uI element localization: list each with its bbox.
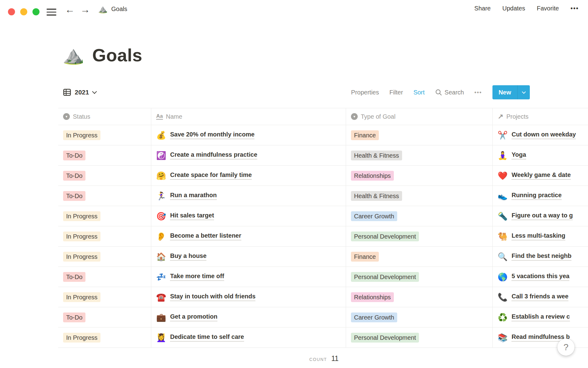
status-badge: In Progress	[63, 292, 100, 302]
status-cell[interactable]: To-Do	[58, 307, 151, 327]
select-property-icon: ▾	[63, 113, 70, 120]
type-of-goal-cell[interactable]: Finance	[346, 125, 493, 145]
new-label: New	[492, 89, 517, 96]
type-of-goal-cell[interactable]: Personal Development	[346, 226, 493, 246]
share-button[interactable]: Share	[474, 5, 491, 12]
doc-title: Goals	[111, 6, 127, 13]
column-header-name[interactable]: Aa Name	[151, 108, 346, 125]
favorite-button[interactable]: Favorite	[537, 5, 559, 12]
status-cell[interactable]: To-Do	[58, 166, 151, 186]
status-cell[interactable]: In Progress	[58, 328, 151, 347]
view-selector[interactable]: 2021	[63, 88, 96, 96]
project-link[interactable]: 📚Read mindfulness b	[498, 333, 570, 342]
type-of-goal-cell[interactable]: Health & Fitness	[346, 186, 493, 206]
status-cell[interactable]: In Progress	[58, 287, 151, 307]
project-emoji-icon: 🌎	[498, 273, 507, 281]
sidebar-menu-icon[interactable]	[47, 9, 56, 16]
project-link[interactable]: 🧘‍♀️Yoga	[498, 151, 526, 159]
help-button[interactable]: ?	[557, 339, 575, 356]
page-link[interactable]: 🏃‍♀️Run a marathon	[156, 192, 217, 200]
goal-emoji-icon: ☯️	[156, 151, 166, 159]
page-link[interactable]: ☎️Stay in touch with old friends	[156, 293, 255, 301]
count-value: 11	[331, 355, 339, 363]
type-of-goal-cell[interactable]: Relationships	[346, 166, 493, 186]
type-of-goal-cell[interactable]: Personal Development	[346, 328, 493, 347]
project-link[interactable]: ✂️Cut down on weekday	[498, 131, 576, 139]
more-options-icon[interactable]: •••	[571, 5, 579, 12]
column-header-status[interactable]: ▾ Status	[58, 108, 151, 125]
status-cell[interactable]: To-Do	[58, 267, 151, 287]
page-link[interactable]: 🎯Hit sales target	[156, 212, 214, 220]
project-emoji-icon: 🐫	[498, 232, 507, 240]
zoom-window-button[interactable]	[32, 8, 40, 15]
page-link[interactable]: ☯️Create a mindfulness practice	[156, 151, 257, 159]
close-window-button[interactable]	[8, 8, 15, 15]
status-cell[interactable]: In Progress	[58, 247, 151, 266]
table-row: In Progress🎯Hit sales targetCareer Growt…	[58, 206, 588, 226]
type-badge: Personal Development	[351, 232, 419, 241]
table-view-icon	[63, 88, 71, 96]
goal-name: Dedicate time to self care	[170, 333, 244, 342]
name-cell: ☎️Stay in touch with old friends	[151, 287, 346, 307]
properties-button[interactable]: Properties	[351, 89, 379, 96]
search-button[interactable]: Search	[435, 89, 464, 96]
status-cell[interactable]: To-Do	[58, 145, 151, 165]
type-of-goal-cell[interactable]: Finance	[346, 247, 493, 266]
view-more-icon[interactable]: •••	[474, 89, 482, 96]
updates-button[interactable]: Updates	[502, 5, 525, 12]
project-name: Less multi-tasking	[511, 232, 565, 240]
project-link[interactable]: 🔦Figure out a way to g	[498, 212, 573, 220]
page-link[interactable]: 🤗Create space for family time	[156, 171, 252, 180]
column-header-projects[interactable]: ↗ Projects	[493, 108, 588, 125]
page-link[interactable]: 👂Become a better listener	[156, 232, 241, 240]
type-of-goal-cell[interactable]: Career Growth	[346, 307, 493, 327]
status-cell[interactable]: In Progress	[58, 206, 151, 226]
projects-cell: 📞Call 3 friends a wee	[493, 287, 588, 307]
column-header-type-of-goal[interactable]: ▾ Type of Goal	[346, 108, 493, 125]
project-link[interactable]: 🐫Less multi-tasking	[498, 232, 565, 240]
projects-cell: ♻️Establish a review c	[493, 307, 588, 327]
project-link[interactable]: 👟Running practice	[498, 192, 562, 200]
breadcrumb[interactable]: ⛰️ Goals	[98, 5, 127, 13]
page-link[interactable]: 💤Take more time off	[156, 273, 224, 281]
status-cell[interactable]: In Progress	[58, 125, 151, 145]
new-row-button[interactable]: New	[492, 85, 530, 99]
goals-table: ▾ Status Aa Name ▾ Type of Goal ↗ Projec…	[58, 108, 588, 363]
goal-emoji-icon: 🤗	[156, 172, 166, 180]
project-name: Yoga	[511, 151, 526, 159]
minimize-window-button[interactable]	[20, 8, 27, 15]
goal-name: Create space for family time	[170, 171, 252, 180]
new-dropdown-button[interactable]	[518, 85, 530, 99]
project-link[interactable]: ❤️Weekly game & date	[498, 171, 571, 180]
status-cell[interactable]: To-Do	[58, 186, 151, 206]
page-icon[interactable]: ⛰️	[62, 46, 84, 64]
project-emoji-icon: ✂️	[498, 131, 507, 139]
type-of-goal-cell[interactable]: Career Growth	[346, 206, 493, 226]
projects-cell: 🧘‍♀️Yoga	[493, 145, 588, 165]
name-cell: 💤Take more time off	[151, 267, 346, 287]
project-link[interactable]: 🔍Find the best neighb	[498, 252, 571, 261]
goal-emoji-icon: 💼	[156, 313, 166, 321]
type-of-goal-cell[interactable]: Relationships	[346, 287, 493, 307]
project-name: Running practice	[511, 192, 561, 200]
filter-button[interactable]: Filter	[389, 89, 403, 96]
projects-cell: 👟Running practice	[493, 186, 588, 206]
goal-emoji-icon: ☎️	[156, 293, 166, 301]
page-link[interactable]: 💆‍♀️Dedicate time to self care	[156, 333, 244, 342]
goal-name: Become a better listener	[170, 232, 241, 240]
project-link[interactable]: 📞Call 3 friends a wee	[498, 293, 568, 301]
back-arrow-icon[interactable]: ←	[65, 3, 75, 16]
forward-arrow-icon[interactable]: →	[80, 3, 90, 16]
status-cell[interactable]: In Progress	[58, 226, 151, 246]
type-of-goal-cell[interactable]: Personal Development	[346, 267, 493, 287]
page-link[interactable]: 🏠Buy a house	[156, 252, 206, 261]
page-link[interactable]: 💰Save 20% of monthly income	[156, 131, 254, 139]
sort-button[interactable]: Sort	[413, 89, 425, 96]
page-link[interactable]: 💼Get a promotion	[156, 313, 217, 321]
project-link[interactable]: 🌎5 vacations this yea	[498, 273, 569, 281]
chevron-down-icon	[522, 90, 526, 94]
project-emoji-icon: 🧘‍♀️	[498, 151, 507, 159]
project-link[interactable]: ♻️Establish a review c	[498, 313, 570, 321]
type-of-goal-cell[interactable]: Health & Fitness	[346, 145, 493, 165]
table-row: In Progress☎️Stay in touch with old frie…	[58, 287, 588, 307]
